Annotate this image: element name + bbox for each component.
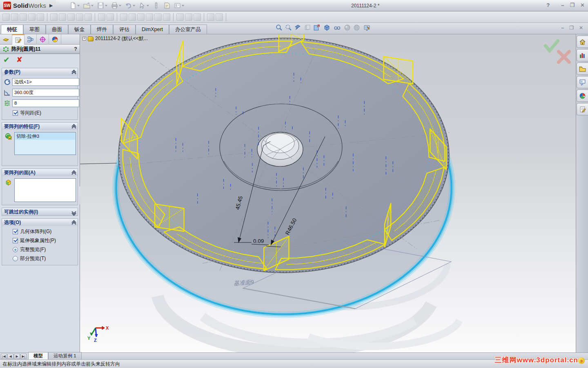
- motion-study-tab[interactable]: 运动算例 1: [48, 352, 82, 359]
- faces-header[interactable]: 要阵列的面(A): [2, 169, 78, 176]
- confirm-cancel-mark[interactable]: [559, 52, 569, 62]
- full-preview-row[interactable]: 完整预览(F): [13, 246, 76, 253]
- pattern-axis-field[interactable]: [12, 78, 79, 86]
- magnifying-glass-button[interactable]: [294, 24, 301, 31]
- view-palette-tab[interactable]: [577, 76, 588, 88]
- zoom-area-button[interactable]: [285, 24, 292, 31]
- propagate-visual-checkbox[interactable]: [13, 238, 18, 243]
- feature-tool-icon[interactable]: [59, 13, 66, 21]
- edit-appearance-button[interactable]: [353, 24, 361, 31]
- undo-button[interactable]: [124, 1, 136, 10]
- feature-tool-icon[interactable]: [146, 13, 153, 21]
- new-document-button[interactable]: [68, 1, 81, 10]
- feature-tool-icon[interactable]: [11, 13, 18, 21]
- feature-tool-icon[interactable]: [98, 13, 105, 21]
- feature-tool-icon[interactable]: [176, 13, 184, 21]
- partial-preview-row[interactable]: 部分预览(T): [13, 255, 76, 262]
- tab-prev-button[interactable]: ◀: [7, 354, 13, 359]
- tab-first-button[interactable]: |◀: [1, 354, 7, 359]
- partial-preview-radio[interactable]: [13, 256, 18, 261]
- feature-tool-icon[interactable]: [137, 13, 145, 21]
- zoom-fit-button[interactable]: [276, 24, 283, 31]
- previous-view-button[interactable]: [304, 24, 311, 31]
- pm-help-button[interactable]: ?: [74, 46, 77, 52]
- tree-expand-icon[interactable]: +: [82, 37, 86, 40]
- feature-tool-icon[interactable]: [120, 13, 127, 21]
- feature-tool-icon[interactable]: [207, 13, 214, 21]
- features-header[interactable]: 要阵列的特征(F): [2, 123, 78, 130]
- tab-last-button[interactable]: ▶|: [20, 354, 27, 359]
- features-list[interactable]: 切除-拉伸3: [14, 132, 76, 155]
- dim-offset-text[interactable]: 0.09: [253, 238, 264, 244]
- full-preview-radio[interactable]: [13, 247, 18, 252]
- feature-tree-flyout[interactable]: + 20111124-2 (默认<<默...: [82, 35, 148, 42]
- close-button[interactable]: ✕: [580, 2, 585, 8]
- feature-tool-icon[interactable]: [20, 13, 27, 21]
- command-tab-6[interactable]: DimXpert: [136, 25, 169, 34]
- save-button[interactable]: [96, 1, 109, 10]
- command-tab-4[interactable]: 焊件: [91, 25, 113, 34]
- geometry-pattern-checkbox[interactable]: [13, 229, 18, 234]
- command-tab-0[interactable]: 特征: [1, 25, 23, 34]
- feature-list-item[interactable]: 切除-拉伸3: [15, 133, 75, 140]
- command-tab-5[interactable]: 评估: [113, 25, 136, 34]
- feature-tool-icon[interactable]: [37, 13, 44, 21]
- equal-spacing-checkbox[interactable]: [13, 110, 18, 116]
- restore-button[interactable]: ❐: [570, 2, 575, 8]
- file-explorer-tab[interactable]: [577, 63, 588, 75]
- feature-tool-icon[interactable]: [216, 13, 223, 21]
- appearances-tab[interactable]: [577, 90, 588, 102]
- confirm-ok-mark[interactable]: [546, 41, 558, 51]
- resources-tab[interactable]: [577, 36, 588, 48]
- view-orientation-button[interactable]: [323, 24, 331, 31]
- skip-header[interactable]: 可跳过的实例(I): [2, 208, 78, 215]
- property-manager-tab[interactable]: [12, 34, 24, 45]
- model-tab[interactable]: 模型: [28, 352, 48, 359]
- menu-expand-arrow[interactable]: ▶: [49, 3, 53, 8]
- configuration-manager-tab[interactable]: [24, 34, 37, 45]
- feature-tool-icon[interactable]: [76, 13, 83, 21]
- command-tab-2[interactable]: 曲面: [46, 25, 68, 34]
- instance-count-field[interactable]: [12, 99, 79, 107]
- feature-manager-tab[interactable]: [0, 34, 12, 45]
- doc-close-button[interactable]: ✕: [579, 25, 583, 31]
- hide-show-items-button[interactable]: [344, 24, 351, 31]
- file-properties-button[interactable]: [162, 1, 172, 10]
- print-button[interactable]: [110, 1, 122, 10]
- design-library-tab[interactable]: [577, 49, 588, 61]
- feature-tool-icon[interactable]: [2, 13, 10, 21]
- pm-cancel-button[interactable]: ✘: [16, 55, 22, 64]
- parameters-header[interactable]: 参数(P): [2, 68, 78, 76]
- feature-tool-icon[interactable]: [107, 13, 114, 21]
- feature-tool-icon[interactable]: [28, 13, 36, 21]
- feature-tool-icon[interactable]: [194, 13, 201, 21]
- doc-restore-button[interactable]: ❐: [569, 25, 574, 31]
- view-settings-button[interactable]: [363, 24, 371, 31]
- options-button[interactable]: [173, 1, 185, 10]
- feature-tool-icon[interactable]: [85, 13, 92, 21]
- command-tab-1[interactable]: 草图: [23, 25, 46, 34]
- tab-next-button[interactable]: ▶: [14, 354, 20, 359]
- open-document-button[interactable]: [82, 1, 95, 10]
- geometry-pattern-row[interactable]: 几何体阵列(G): [13, 228, 76, 235]
- options-header[interactable]: 选项(O): [2, 219, 78, 226]
- section-view-button[interactable]: [313, 24, 321, 31]
- tree-root-label[interactable]: 20111124-2 (默认<<默...: [95, 35, 148, 42]
- custom-properties-tab[interactable]: [577, 103, 588, 115]
- pm-ok-button[interactable]: ✔: [3, 55, 10, 65]
- equal-spacing-row[interactable]: 等间距(E): [13, 110, 76, 117]
- propagate-visual-row[interactable]: 延伸视象属性(P): [13, 237, 76, 244]
- minimize-button[interactable]: –: [561, 2, 564, 8]
- faces-list[interactable]: [14, 178, 76, 202]
- graphics-area[interactable]: 基准面9: [80, 34, 576, 352]
- feature-tool-icon[interactable]: [129, 13, 136, 21]
- display-style-button[interactable]: [334, 24, 341, 31]
- rebuild-button[interactable]: [151, 1, 161, 10]
- feature-tool-icon[interactable]: [154, 13, 162, 21]
- model-view[interactable]: 基准面9: [80, 34, 576, 352]
- doc-minimize-button[interactable]: –: [561, 25, 564, 31]
- command-tab-7[interactable]: 办公室产品: [169, 25, 207, 34]
- display-manager-tab[interactable]: [49, 34, 61, 45]
- help-button[interactable]: ?: [546, 2, 550, 8]
- feature-tool-icon[interactable]: [185, 13, 192, 21]
